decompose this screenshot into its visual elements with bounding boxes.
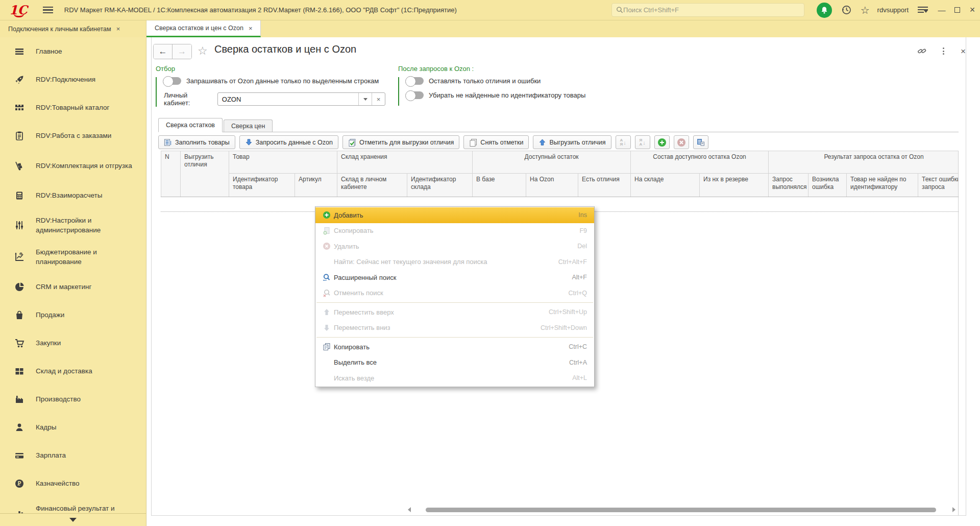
toggle-selected-rows[interactable] bbox=[164, 77, 181, 85]
history-button[interactable] bbox=[842, 5, 851, 15]
add-row-button[interactable] bbox=[654, 135, 670, 149]
menu-item-move-up[interactable]: Переместить вверх Ctrl+Shift+Up bbox=[315, 304, 594, 320]
menu-item-copy-new[interactable]: Скопировать F9 bbox=[315, 223, 594, 239]
column-header[interactable]: Текст ошибки запроса bbox=[918, 174, 959, 197]
sidebar-item-budgeting[interactable]: ₽ Бюджетирование и планирование bbox=[0, 241, 146, 273]
sidebar-item-hr[interactable]: Кадры bbox=[0, 413, 146, 441]
column-group-goods[interactable]: Товар bbox=[229, 151, 337, 174]
current-user[interactable]: rdvsupport bbox=[877, 6, 909, 14]
column-group-available-stock[interactable]: Доступный остаток bbox=[473, 151, 631, 174]
close-tab-icon[interactable]: × bbox=[249, 25, 253, 32]
column-header[interactable]: На Ozon bbox=[526, 174, 578, 197]
scroll-right-button[interactable] bbox=[951, 507, 959, 512]
column-header[interactable]: На складе bbox=[631, 174, 700, 197]
link-icon[interactable] bbox=[917, 46, 926, 56]
column-header[interactable]: Возникла ошибка bbox=[808, 174, 847, 197]
forward-button[interactable]: → bbox=[173, 44, 191, 59]
menu-item-add[interactable]: Добавить Ins bbox=[315, 207, 594, 223]
toggle-only-differences[interactable] bbox=[406, 77, 424, 85]
sliders-icon bbox=[14, 220, 24, 230]
tab-stock-reconciliation[interactable]: Сверка остатков bbox=[158, 118, 223, 132]
scroll-left-button[interactable] bbox=[404, 507, 411, 512]
menu-separator bbox=[316, 302, 593, 303]
column-header[interactable]: Запрос выполнялся bbox=[769, 174, 808, 197]
more-actions-icon[interactable] bbox=[943, 47, 944, 55]
menu-item-label: Отменить поиск bbox=[334, 289, 569, 297]
sidebar-item-warehouse[interactable]: Склад и доставка bbox=[0, 357, 146, 385]
sidebar-item-rdv-shipping[interactable]: RDV:Комплектация и отгрузка bbox=[0, 150, 146, 181]
menu-item-search-everywhere[interactable]: Искать везде Alt+L bbox=[315, 370, 594, 386]
sidebar-item-sales[interactable]: Продажи bbox=[0, 301, 146, 329]
sidebar-item-rdv-settlements[interactable]: RDV:Взаиморасчеты bbox=[0, 181, 146, 209]
delete-row-button[interactable] bbox=[674, 135, 689, 149]
favorites-button[interactable]: ☆ bbox=[861, 4, 870, 16]
column-group-request-result[interactable]: Результат запроса остатка от Ozon bbox=[769, 151, 959, 174]
sort-descending-button[interactable]: ЯА↓ bbox=[635, 135, 650, 149]
scrollbar-track[interactable] bbox=[411, 506, 951, 513]
handtruck-icon bbox=[14, 160, 24, 171]
sidebar-scroll-down[interactable] bbox=[0, 513, 146, 526]
column-header[interactable]: Из нх в резерве bbox=[700, 174, 769, 197]
unmark-button[interactable]: Снять отметки bbox=[463, 135, 529, 149]
sidebar-item-rdv-catalog[interactable]: RDV:Товарный каталог bbox=[0, 93, 146, 122]
mark-differences-button[interactable]: Отметить для выгрузки отличия bbox=[342, 135, 459, 149]
tab-reconciliation[interactable]: Сверка остатков и цен с Ozon × bbox=[146, 20, 261, 37]
minimize-button[interactable]: — bbox=[934, 6, 949, 14]
output-list-button[interactable] bbox=[693, 135, 708, 149]
close-tab-icon[interactable]: × bbox=[116, 25, 120, 33]
column-header[interactable]: Есть отличия bbox=[578, 174, 631, 197]
menu-item-find[interactable]: Найти: Сейчас нет текущего значения для … bbox=[315, 254, 594, 270]
sort-ascending-button[interactable]: АЯ↓ bbox=[616, 135, 631, 149]
back-button[interactable]: ← bbox=[154, 44, 173, 59]
menu-item-advanced-search[interactable]: Расширенный поиск Alt+F bbox=[315, 270, 594, 285]
upload-differences-button[interactable]: Выгрузить отличия bbox=[533, 135, 611, 149]
toggle-remove-not-found[interactable] bbox=[406, 91, 424, 99]
column-header-n[interactable]: N bbox=[161, 151, 181, 197]
tab-label: Сверка остатков bbox=[166, 122, 215, 129]
search-input[interactable] bbox=[623, 6, 800, 14]
column-group-storage[interactable]: Склад хранения bbox=[337, 151, 473, 174]
close-form-button[interactable]: × bbox=[961, 47, 966, 56]
horizontal-scrollbar[interactable] bbox=[404, 506, 959, 513]
sidebar-item-salary[interactable]: Зарплата bbox=[0, 441, 146, 469]
sidebar-item-main[interactable]: Главное bbox=[0, 37, 146, 65]
column-header[interactable]: Склад в личном кабинете bbox=[337, 174, 407, 197]
sidebar-item-rdv-connections[interactable]: RDV:Подключения bbox=[0, 65, 146, 93]
dropdown-button[interactable] bbox=[358, 93, 372, 105]
inner-tab-strip: Сверка остатков Сверка цен bbox=[158, 118, 959, 132]
request-data-button[interactable]: Запросить данные с Ozon bbox=[239, 135, 338, 149]
column-header[interactable]: Товар не найден по идентификатору bbox=[847, 174, 918, 197]
menu-item-move-down[interactable]: Переместить вниз Ctrl+Shift+Down bbox=[315, 320, 594, 336]
column-header[interactable]: Идентификатор склада bbox=[407, 174, 473, 197]
hamburger-icon[interactable] bbox=[43, 7, 53, 14]
menu-item-select-all[interactable]: Выделить все Ctrl+A bbox=[315, 355, 594, 371]
column-header-upload-diff[interactable]: Выгрузить отличия bbox=[181, 151, 229, 197]
menu-item-copy[interactable]: Копировать Ctrl+C bbox=[315, 339, 594, 355]
sidebar-item-production[interactable]: Производство bbox=[0, 385, 146, 413]
sidebar-item-rdv-orders[interactable]: RDV:Работа с заказами bbox=[0, 122, 146, 150]
sidebar-item-purchases[interactable]: Закупки bbox=[0, 329, 146, 357]
fill-goods-button[interactable]: Заполнить товары bbox=[158, 135, 235, 149]
menu-item-cancel-search[interactable]: Отменить поиск Ctrl+Q bbox=[315, 285, 594, 301]
sidebar-item-crm[interactable]: CRM и маркетинг bbox=[0, 273, 146, 301]
tab-connections[interactable]: Подключения к личным кабинетам × bbox=[0, 20, 146, 37]
service-menu-icon[interactable] bbox=[918, 6, 928, 14]
restore-button[interactable] bbox=[949, 7, 965, 13]
cabinet-combobox[interactable]: OZON × bbox=[217, 92, 385, 106]
column-header[interactable]: Артикул bbox=[295, 174, 337, 197]
close-window-button[interactable]: × bbox=[965, 5, 980, 15]
notifications-button[interactable] bbox=[817, 3, 832, 18]
column-group-stock-composition[interactable]: Состав доступного остатка Ozon bbox=[631, 151, 769, 174]
column-header[interactable]: В базе bbox=[473, 174, 526, 197]
clear-button[interactable]: × bbox=[372, 93, 385, 105]
sidebar-item-rdv-settings[interactable]: RDV:Настройки и администрирование bbox=[0, 209, 146, 241]
menu-item-delete[interactable]: Удалить Del bbox=[315, 238, 594, 254]
global-search[interactable] bbox=[611, 3, 804, 17]
column-header[interactable]: Идентификатор товара bbox=[229, 174, 295, 197]
sidebar-item-treasury[interactable]: Р Казначейство bbox=[0, 469, 146, 497]
tab-price-reconciliation[interactable]: Сверка цен bbox=[224, 119, 273, 132]
sidebar-item-financial-result[interactable]: Финансовый результат и контроллинг bbox=[0, 497, 146, 513]
scrollbar-thumb[interactable] bbox=[426, 508, 936, 512]
add-to-favorites-star[interactable]: ☆ bbox=[198, 44, 208, 58]
sidebar-item-label: Финансовый результат и контроллинг bbox=[36, 504, 140, 513]
